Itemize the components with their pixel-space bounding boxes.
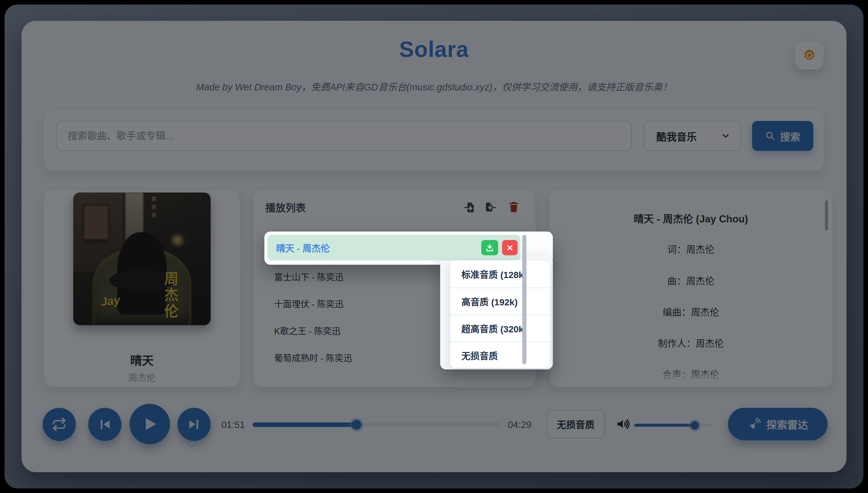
- active-track-label: 晴天 - 周杰伦: [276, 241, 481, 254]
- screen: Solara Made by Wet Dream Boy，免费API来自GD音乐…: [0, 0, 868, 493]
- quality-option-lossless[interactable]: 无损音质: [450, 341, 550, 368]
- quality-option-320k[interactable]: 超高音质 (320k): [450, 315, 550, 341]
- remove-track-button[interactable]: [502, 240, 518, 255]
- download-track-button[interactable]: [481, 240, 498, 255]
- playlist-item-active[interactable]: 晴天 - 周杰伦: [268, 235, 520, 260]
- close-icon: [506, 244, 514, 252]
- download-icon: [485, 243, 494, 252]
- quality-option-128k[interactable]: 标准音质 (128k): [450, 260, 550, 287]
- playlist-scrollbar[interactable]: [522, 235, 526, 364]
- quality-menu: 标准音质 (128k) 高音质 (192k) 超高音质 (320k) 无损音质: [450, 260, 550, 368]
- quality-option-192k[interactable]: 高音质 (192k): [450, 287, 550, 315]
